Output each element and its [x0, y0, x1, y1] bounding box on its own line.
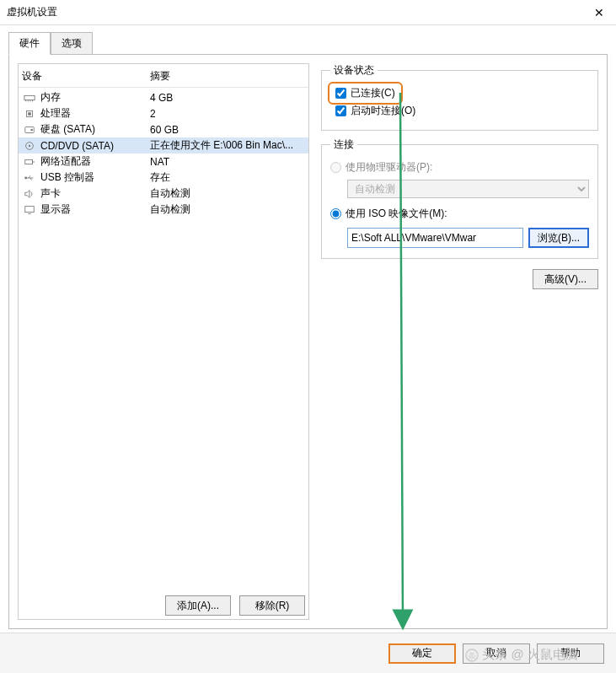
use-iso-radio[interactable] — [330, 208, 341, 219]
device-status-group: 设备状态 已连接(C) 启动时连接(O) — [321, 63, 598, 131]
device-row[interactable]: 硬盘 (SATA)60 GB — [19, 121, 308, 137]
use-physical-label: 使用物理驱动器(P): — [345, 160, 432, 175]
cpu-icon — [22, 108, 37, 120]
connected-checkbox[interactable] — [335, 88, 346, 99]
svg-rect-6 — [28, 112, 31, 116]
ok-button[interactable]: 确定 — [388, 643, 456, 664]
device-name: CD/DVD (SATA) — [40, 140, 150, 152]
display-icon — [22, 204, 37, 216]
memory-icon — [22, 92, 37, 104]
tab-options[interactable]: 选项 — [51, 32, 93, 55]
device-name: USB 控制器 — [40, 170, 150, 185]
column-summary: 摘要 — [150, 69, 170, 83]
device-name: 内存 — [40, 90, 150, 105]
svg-point-10 — [29, 144, 30, 146]
column-device: 设备 — [22, 69, 150, 83]
connected-label: 已连接(C) — [351, 86, 395, 100]
connect-at-power-on-label: 启动时连接(O) — [351, 104, 415, 118]
device-summary: 存在 — [150, 170, 305, 185]
device-table-header: 设备 摘要 — [19, 64, 308, 88]
device-summary: NAT — [150, 156, 305, 168]
use-iso-label: 使用 ISO 映像文件(M): — [345, 207, 447, 221]
close-icon[interactable]: ✕ — [589, 6, 609, 19]
device-summary: 自动检测 — [150, 186, 305, 201]
disk-icon — [22, 124, 37, 136]
device-row[interactable]: 显示器自动检测 — [19, 202, 308, 218]
iso-path-input[interactable] — [347, 228, 523, 248]
remove-button[interactable]: 移除(R) — [239, 595, 305, 616]
connection-legend: 连接 — [330, 137, 357, 152]
svg-rect-17 — [25, 206, 35, 212]
device-row[interactable]: CD/DVD (SATA)正在使用文件 E:\006 Bin Mac\... — [19, 137, 308, 153]
svg-point-8 — [30, 128, 33, 131]
device-summary: 正在使用文件 E:\006 Bin Mac\... — [150, 138, 305, 153]
use-physical-radio[interactable] — [330, 162, 341, 173]
svg-rect-0 — [24, 95, 35, 100]
device-name: 网络适配器 — [40, 154, 150, 169]
cancel-button[interactable]: 取消 — [463, 643, 530, 664]
help-button[interactable]: 帮助 — [537, 643, 604, 664]
device-row[interactable]: 网络适配器NAT — [19, 153, 308, 170]
physical-drive-combo[interactable]: 自动检测 — [347, 180, 589, 198]
device-name: 硬盘 (SATA) — [40, 122, 150, 137]
device-name: 处理器 — [40, 106, 150, 121]
connection-group: 连接 使用物理驱动器(P): 自动检测 使用 ISO 映像文件(M): 浏览(B… — [321, 137, 598, 259]
add-button[interactable]: 添加(A)... — [165, 595, 231, 616]
device-summary: 4 GB — [150, 92, 305, 104]
device-status-legend: 设备状态 — [330, 63, 378, 78]
device-row[interactable]: 处理器2 — [19, 105, 308, 121]
connect-at-power-on-checkbox[interactable] — [335, 105, 346, 116]
device-row[interactable]: 内存4 GB — [19, 89, 308, 105]
cd-icon — [22, 140, 37, 152]
usb-icon — [22, 172, 37, 184]
sound-icon — [22, 188, 37, 200]
device-row[interactable]: USB 控制器存在 — [19, 170, 308, 186]
device-summary: 自动检测 — [150, 202, 305, 217]
tab-hardware[interactable]: 硬件 — [8, 32, 51, 55]
network-icon — [22, 156, 37, 168]
browse-button[interactable]: 浏览(B)... — [528, 228, 589, 248]
device-summary: 60 GB — [150, 124, 305, 136]
window-title: 虚拟机设置 — [7, 5, 589, 19]
device-name: 显示器 — [40, 202, 150, 217]
advanced-button[interactable]: 高级(V)... — [533, 269, 598, 289]
svg-rect-11 — [25, 159, 33, 164]
device-summary: 2 — [150, 108, 305, 120]
device-row[interactable]: 声卡自动检测 — [19, 186, 308, 202]
device-name: 声卡 — [40, 186, 150, 201]
